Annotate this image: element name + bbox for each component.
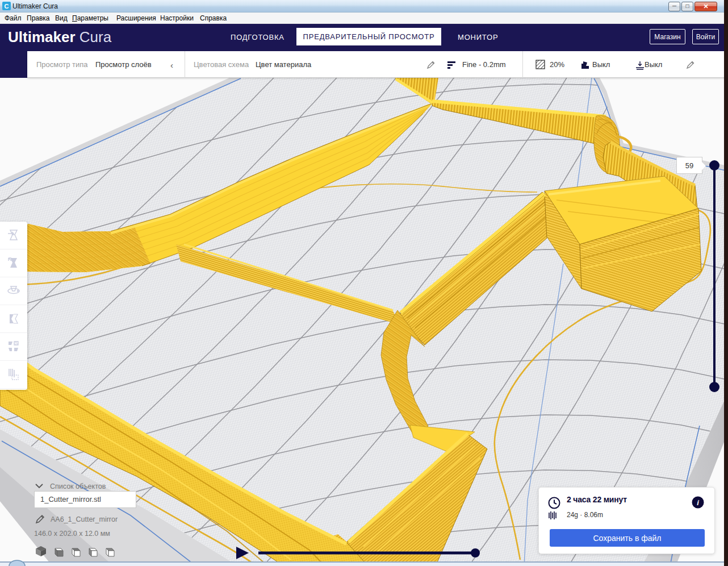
svg-text:i: i: [697, 498, 699, 507]
svg-text:C: C: [5, 3, 9, 10]
